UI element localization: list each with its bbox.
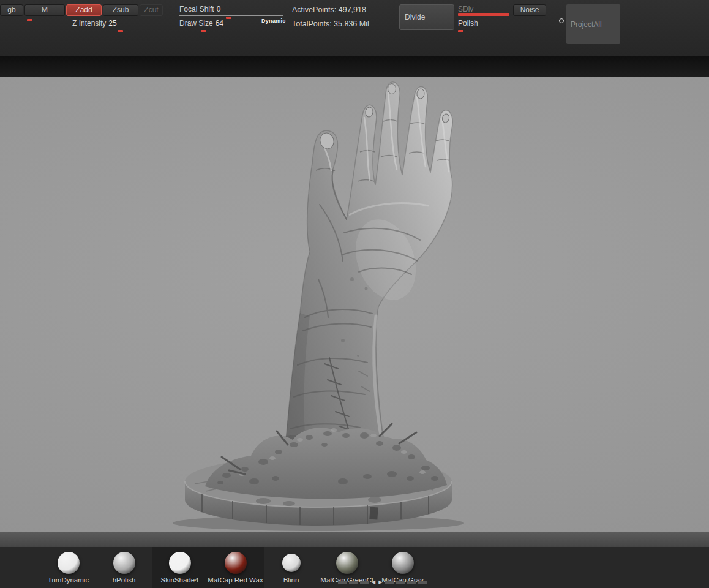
material-thumbnail-sphere [225,552,247,574]
shelf-pager: ◀ ▶ [338,580,427,585]
z-intensity-value: 25 [108,19,116,28]
top-toolbar: gb M Zadd Zsub Zcut Z Intensity25 Focal … [0,0,709,56]
polish-label: Polish [458,19,478,28]
sdiv-slider[interactable]: SDiv [458,5,473,13]
polish-mode-dot-icon[interactable] [559,18,564,23]
polish-track[interactable] [458,29,556,29]
pager-segment[interactable] [360,581,369,584]
zadd-button-label: Zadd [75,6,92,14]
m-button[interactable]: M [24,4,65,16]
rgb-button-label: gb [7,6,15,14]
material-thumbnail-sphere [282,554,301,572]
brush-thumbnail-sphere [58,552,80,574]
noise-button[interactable]: Noise [513,4,546,16]
pager-segment[interactable] [385,581,394,584]
focal-shift-marker[interactable] [226,17,231,19]
pager-segment[interactable] [407,581,416,584]
shelf-item-hpolish[interactable]: hPolish [96,547,152,588]
pager-segment[interactable] [396,581,405,584]
sculpt-viewport[interactable] [0,77,709,532]
canvas-bottom-divider [0,532,709,547]
noise-button-label: Noise [520,6,539,14]
sdiv-label: SDiv [458,5,473,13]
pager-segment[interactable] [418,581,427,584]
shelf-item-matcap-red-wax[interactable]: MatCap Red Wax [208,547,263,588]
polish-marker[interactable] [458,30,463,32]
rgb-intensity-slider[interactable] [0,18,65,18]
divide-button-label: Divide [405,13,425,21]
focal-shift-slider[interactable]: Focal Shift0 [179,5,220,13]
zsub-button-label: Zsub [113,6,129,14]
pager-right-arrow-icon[interactable]: ▶ [378,580,383,585]
polish-slider[interactable]: Polish [458,19,478,28]
shelf-item-label: MatCap Red Wax [208,576,263,584]
pager-segment[interactable] [349,581,358,584]
z-intensity-track[interactable] [72,29,173,29]
material-thumbnail-sphere [169,552,191,574]
z-intensity-marker[interactable] [118,30,123,32]
draw-size-marker[interactable] [201,30,206,32]
shelf-item-label: TrimDynamic [40,576,96,584]
draw-size-track[interactable] [179,29,283,29]
m-button-label: M [42,6,48,14]
project-all-label: ProjectAll [571,20,602,29]
shelf-item-label: hPolish [96,576,152,584]
active-points-stat: ActivePoints: 497,918 [292,6,366,14]
shelf-item-trimdynamic[interactable]: TrimDynamic [40,547,96,588]
draw-size-value: 64 [216,19,223,28]
focal-shift-label: Focal Shift [179,5,214,13]
shelf-item-label: SkinShade4 [152,576,208,584]
zcut-button-label: Zcut [144,6,158,14]
divide-button[interactable]: Divide [399,4,454,30]
zbrush-app-window: gb M Zadd Zsub Zcut Z Intensity25 Focal … [0,0,709,588]
zadd-button[interactable]: Zadd [66,4,102,16]
rgb-intensity-slider-marker[interactable] [27,19,32,21]
shelf-item-blinn[interactable]: Blinn [263,547,319,588]
shelf-item-label: Blinn [263,576,319,584]
draw-size-label: Draw Size [179,19,213,28]
z-intensity-label: Z Intensity [72,19,106,28]
shelf-item-skinshade4[interactable]: SkinShade4 [152,547,208,588]
draw-size-slider[interactable]: Draw Size64 [179,19,223,28]
total-points-stat: TotalPoints: 35.836 Mil [292,20,369,28]
sdiv-fillbar[interactable] [458,13,509,16]
material-thumbnail-sphere [392,552,414,574]
pager-left-arrow-icon[interactable]: ◀ [371,580,376,585]
zsub-button[interactable]: Zsub [103,4,138,16]
focal-shift-value: 0 [217,5,221,13]
dynamic-mode-label[interactable]: Dynamic [261,18,286,24]
rgb-button[interactable]: gb [0,4,23,16]
pager-segment[interactable] [338,581,347,584]
canvas-header-strip [0,56,709,77]
project-all-button[interactable]: ProjectAll [566,4,620,44]
focal-shift-track[interactable] [179,15,283,16]
sculpture-3d-model [0,77,709,532]
brush-thumbnail-sphere [113,552,135,574]
material-thumbnail-sphere [336,552,358,574]
z-intensity-slider[interactable]: Z Intensity25 [72,19,117,28]
zcut-button[interactable]: Zcut [140,4,163,16]
